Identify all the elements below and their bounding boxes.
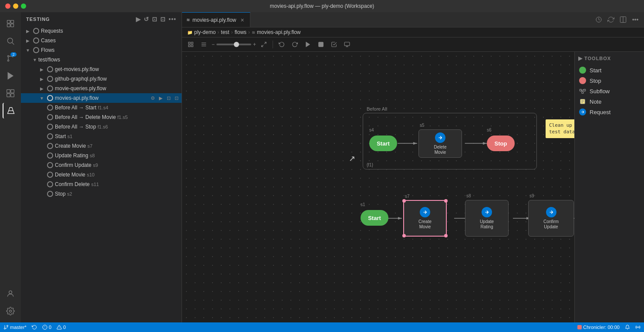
collapse-icon[interactable]: ⊡: [152, 16, 158, 23]
run-debug-icon[interactable]: [3, 68, 18, 84]
sidebar-item-requests[interactable]: ▶ Requests: [21, 26, 182, 36]
sidebar-item-delete-movie[interactable]: Delete Movie s10: [21, 170, 182, 180]
split-editor-icon[interactable]: [618, 14, 628, 25]
view-icon[interactable]: ⊡: [165, 95, 172, 102]
node-s8-update-rating[interactable]: s8 UpdateRating: [465, 200, 509, 237]
breadcrumb-ply-demo[interactable]: ply-demo: [194, 29, 216, 35]
configure-icon[interactable]: ⚙: [149, 95, 156, 102]
grid-view-icon[interactable]: [185, 39, 196, 50]
svg-line-5: [12, 43, 14, 45]
warnings-count[interactable]: 0: [57, 325, 66, 330]
sidebar-item-movies-api[interactable]: ▼ movies-api.ply.flow ⚙ ▶ ⊡ ⊡: [21, 93, 182, 103]
node-s1-start[interactable]: Start: [361, 210, 388, 226]
errors-count[interactable]: 0: [42, 325, 51, 330]
minimize-button[interactable]: [13, 3, 18, 9]
extensions-icon[interactable]: [3, 85, 18, 101]
node-s5-delete-movie[interactable]: s5 DeleteMovie: [418, 129, 462, 158]
account-icon[interactable]: [3, 286, 18, 302]
flow-canvas[interactable]: Before All {f1} Start s4 s5: [182, 52, 574, 322]
toolbox-item-subflow[interactable]: Subflow: [578, 86, 641, 96]
undo-icon[interactable]: [276, 39, 287, 50]
sidebar-item-movie-queries[interactable]: ▶ movie-queries.ply.flow: [21, 84, 182, 93]
run-flow-icon[interactable]: [303, 39, 313, 50]
status-bar: master* 0 0 Chronicler: 00:00: [0, 322, 644, 332]
toolbox-item-note[interactable]: Note: [578, 96, 641, 107]
sidebar-item-confirm-update[interactable]: Confirm Update s9: [21, 160, 182, 170]
request-icon: [579, 108, 586, 115]
svg-line-27: [262, 45, 263, 47]
close-button[interactable]: [5, 3, 10, 9]
settings-icon[interactable]: [3, 303, 18, 319]
split-icon[interactable]: ⊡: [173, 95, 180, 102]
history-icon[interactable]: [593, 14, 604, 25]
notification-icon[interactable]: [625, 325, 630, 330]
svg-point-57: [637, 327, 638, 328]
sidebar-item-stop[interactable]: Stop s2: [21, 189, 182, 199]
list-view-icon[interactable]: [199, 39, 209, 50]
breadcrumb-test[interactable]: test: [221, 29, 229, 35]
sidebar-item-before-all-stop[interactable]: Before All → Stop f1.s6: [21, 122, 182, 132]
stop-flow-icon[interactable]: [316, 39, 326, 50]
activity-bar: 2: [0, 12, 21, 322]
toolbox-item-start[interactable]: Start: [578, 65, 641, 75]
flow-note: Clean up any leftover test data: [546, 119, 574, 138]
flow-icon: ≋: [252, 30, 255, 35]
maximize-button[interactable]: [21, 3, 26, 9]
sidebar-item-before-all-start[interactable]: Before All → Start f1.s4: [21, 103, 182, 112]
view-results-icon[interactable]: [342, 39, 352, 50]
run-icon[interactable]: ▶: [157, 95, 164, 102]
view-icon[interactable]: ⊡: [160, 16, 166, 23]
node-s4-start[interactable]: Start: [369, 136, 397, 151]
node-s9-confirm-update[interactable]: s9 ConfirmUpdate: [528, 200, 574, 237]
more-icon[interactable]: •••: [169, 16, 176, 23]
sidebar-item-create-movie[interactable]: Create Movie s7: [21, 141, 182, 151]
explorer-icon[interactable]: [3, 16, 18, 31]
fit-icon[interactable]: [259, 39, 269, 50]
sidebar-item-cases[interactable]: ▶ Cases: [21, 36, 182, 45]
zoom-control[interactable]: − +: [212, 41, 256, 47]
sidebar-item-github-graphql[interactable]: ▶ github-graphql.ply.flow: [21, 74, 182, 84]
breadcrumb-file[interactable]: movies-api.ply.flow: [257, 29, 300, 35]
sync-icon[interactable]: [606, 14, 616, 25]
item-circle: [47, 191, 53, 197]
broadcast-icon[interactable]: [635, 325, 641, 330]
sidebar-item-flows[interactable]: ▼ Flows: [21, 45, 182, 55]
node-s7-create-movie[interactable]: s7 CreateMovie: [403, 200, 447, 237]
more-actions-icon[interactable]: •••: [630, 14, 641, 25]
run-all-icon[interactable]: ▶: [136, 16, 141, 23]
canvas-area: Before All {f1} Start s4 s5: [182, 52, 644, 322]
submit-icon[interactable]: [329, 39, 339, 50]
tab-close-button[interactable]: ×: [239, 17, 246, 24]
sidebar-item-update-rating[interactable]: Update Rating s8: [21, 151, 182, 160]
redo-icon[interactable]: [290, 39, 300, 50]
test-icon[interactable]: [3, 103, 18, 119]
zoom-in-icon[interactable]: +: [253, 41, 256, 47]
toolbox-expand-icon[interactable]: ▶: [578, 55, 583, 61]
toolbox-item-stop[interactable]: Stop: [578, 75, 641, 86]
git-branch[interactable]: master*: [3, 325, 27, 330]
sidebar-item-before-all-delete[interactable]: Before All → Delete Movie f1.s5: [21, 112, 182, 122]
svg-point-14: [9, 291, 12, 294]
zoom-out-icon[interactable]: −: [212, 41, 215, 47]
toolbox-item-request[interactable]: Request: [578, 107, 641, 117]
node-s6-stop[interactable]: Stop: [487, 136, 515, 151]
sidebar-item-confirm-delete[interactable]: Confirm Delete s11: [21, 180, 182, 189]
sidebar-item-start[interactable]: Start s1: [21, 132, 182, 141]
tab-movies-api[interactable]: ≋ movies-api.ply.flow ×: [182, 12, 250, 27]
item-circle: [33, 47, 39, 53]
svg-point-8: [7, 60, 9, 61]
item-circle: [33, 28, 39, 34]
toolbox-item-label: Note: [590, 98, 601, 105]
svg-point-51: [4, 328, 6, 329]
sidebar-item-label: Cases: [41, 37, 182, 44]
activity-bar-bottom: [3, 286, 18, 322]
sync-status[interactable]: [32, 325, 37, 330]
sidebar-item-get-movies[interactable]: ▶ get-movies.ply.flow: [21, 64, 182, 74]
source-control-icon[interactable]: 2: [3, 51, 18, 66]
sidebar-item-test-flows[interactable]: ▼ test/flows: [21, 55, 182, 64]
breadcrumb-flows[interactable]: flows: [235, 29, 246, 35]
node-label: DeleteMovie: [434, 145, 447, 155]
refresh-icon[interactable]: ↺: [144, 16, 149, 23]
search-icon[interactable]: [3, 33, 18, 49]
item-circle: [47, 66, 53, 72]
